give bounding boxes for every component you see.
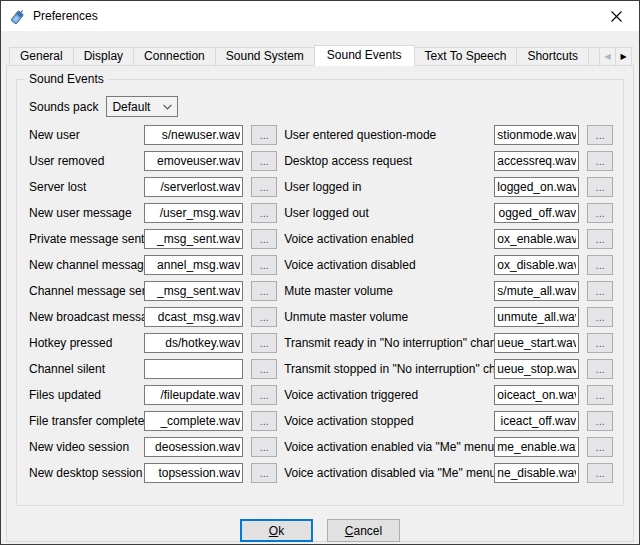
sound-file-input[interactable]	[494, 307, 579, 327]
sound-file-input[interactable]	[144, 125, 243, 145]
tab-connection[interactable]: Connection	[133, 47, 216, 66]
close-icon	[611, 11, 622, 22]
sound-file-input[interactable]	[144, 229, 243, 249]
browse-button[interactable]: ...	[251, 229, 277, 249]
browse-button[interactable]: ...	[251, 151, 277, 171]
sound-file-input[interactable]	[144, 151, 243, 171]
browse-button[interactable]: ...	[587, 281, 613, 301]
browse-button[interactable]: ...	[251, 177, 277, 197]
sound-file-input[interactable]	[494, 281, 579, 301]
event-label: Voice activation enabled via "Me" menu	[284, 437, 494, 457]
sound-events-groupbox: Sound Events Sounds pack Default New use…	[16, 79, 624, 506]
app-icon	[9, 8, 26, 25]
browse-button[interactable]: ...	[251, 359, 277, 379]
browse-button[interactable]: ...	[251, 125, 277, 145]
browse-button[interactable]: ...	[587, 359, 613, 379]
browse-button[interactable]: ...	[587, 151, 613, 171]
sound-file-input[interactable]	[494, 177, 579, 197]
event-label: Private message sent	[29, 229, 144, 249]
sound-file-input[interactable]	[494, 411, 579, 431]
sound-file-input[interactable]	[144, 437, 243, 457]
sound-file-input[interactable]	[144, 177, 243, 197]
browse-button[interactable]: ...	[587, 203, 613, 223]
sound-event-row: Private message sent...Voice activation …	[29, 229, 613, 249]
browse-button[interactable]: ...	[587, 437, 613, 457]
tab-sound-events[interactable]: Sound Events	[314, 45, 415, 66]
browse-button[interactable]: ...	[587, 255, 613, 275]
event-label: Voice activation disabled	[284, 255, 494, 275]
sound-event-row: User removed...Desktop access request...	[29, 151, 613, 171]
title-bar: Preferences	[1, 1, 639, 31]
sound-file-input[interactable]	[494, 463, 579, 483]
sound-file-input[interactable]	[494, 437, 579, 457]
chevron-down-icon	[163, 104, 172, 110]
sound-file-input[interactable]	[494, 385, 579, 405]
browse-button[interactable]: ...	[587, 411, 613, 431]
tab-text-to-speech[interactable]: Text To Speech	[414, 47, 518, 66]
cancel-button[interactable]: Cancel	[327, 519, 400, 542]
sound-file-input[interactable]	[144, 307, 243, 327]
tab-sound-system[interactable]: Sound System	[215, 47, 315, 66]
sound-event-row: New broadcast message...Unmute master vo…	[29, 307, 613, 327]
tab-bar: GeneralDisplayConnectionSound SystemSoun…	[9, 45, 633, 66]
dialog-content: GeneralDisplayConnectionSound SystemSoun…	[1, 31, 639, 544]
sound-file-input[interactable]	[144, 333, 243, 353]
browse-button[interactable]: ...	[251, 411, 277, 431]
sound-file-input[interactable]	[144, 281, 243, 301]
ok-button[interactable]: Ok	[240, 519, 313, 542]
tab-display[interactable]: Display	[73, 47, 134, 66]
browse-button[interactable]: ...	[587, 229, 613, 249]
sound-file-input[interactable]	[494, 333, 579, 353]
tab-scroll-right-button[interactable]: ▶	[615, 47, 632, 66]
sound-file-input[interactable]	[494, 151, 579, 171]
event-label: User removed	[29, 151, 144, 171]
sound-file-input[interactable]	[494, 203, 579, 223]
event-label: Voice activation stopped	[284, 411, 494, 431]
sound-file-input[interactable]	[144, 359, 243, 379]
sounds-pack-select[interactable]: Default	[106, 96, 178, 117]
event-label: Hotkey pressed	[29, 333, 144, 353]
event-label: Server lost	[29, 177, 144, 197]
browse-button[interactable]: ...	[587, 333, 613, 353]
sound-file-input[interactable]	[494, 125, 579, 145]
browse-button[interactable]: ...	[251, 281, 277, 301]
browse-button[interactable]: ...	[587, 125, 613, 145]
tab-shortcuts[interactable]: Shortcuts	[516, 47, 589, 66]
browse-button[interactable]: ...	[587, 177, 613, 197]
tab-general[interactable]: General	[9, 47, 74, 66]
event-label: New video session	[29, 437, 144, 457]
tab-page-sound-events: Sound Events Sounds pack Default New use…	[6, 65, 634, 542]
browse-button[interactable]: ...	[251, 385, 277, 405]
event-label: Voice activation enabled	[284, 229, 494, 249]
event-label: New channel message	[29, 255, 144, 275]
sound-file-input[interactable]	[144, 203, 243, 223]
browse-button[interactable]: ...	[587, 307, 613, 327]
event-label: Transmit ready in "No interruption" chan…	[284, 333, 494, 353]
window-title: Preferences	[33, 9, 98, 23]
browse-button[interactable]: ...	[251, 463, 277, 483]
browse-button[interactable]: ...	[587, 385, 613, 405]
browse-button[interactable]: ...	[251, 333, 277, 353]
sound-file-input[interactable]	[494, 255, 579, 275]
sounds-pack-row: Sounds pack Default	[29, 96, 613, 117]
sound-file-input[interactable]	[494, 359, 579, 379]
sound-file-input[interactable]	[144, 255, 243, 275]
sound-file-input[interactable]	[494, 229, 579, 249]
event-label: New user message	[29, 203, 144, 223]
tab-scroll-left-button[interactable]: ◀	[599, 47, 616, 66]
sound-event-row: Files updated...Voice activation trigger…	[29, 385, 613, 405]
browse-button[interactable]: ...	[251, 203, 277, 223]
groupbox-title: Sound Events	[25, 72, 108, 86]
browse-button[interactable]: ...	[587, 463, 613, 483]
event-label: Unmute master volume	[284, 307, 494, 327]
sound-file-input[interactable]	[144, 385, 243, 405]
sound-event-row: New user message...User logged out...	[29, 203, 613, 223]
browse-button[interactable]: ...	[251, 255, 277, 275]
event-label: User entered question-mode	[284, 125, 494, 145]
sound-file-input[interactable]	[144, 463, 243, 483]
close-button[interactable]	[594, 1, 639, 31]
browse-button[interactable]: ...	[251, 437, 277, 457]
browse-button[interactable]: ...	[251, 307, 277, 327]
preferences-dialog: Preferences GeneralDisplayConnectionSoun…	[0, 0, 640, 545]
sound-file-input[interactable]	[144, 411, 243, 431]
